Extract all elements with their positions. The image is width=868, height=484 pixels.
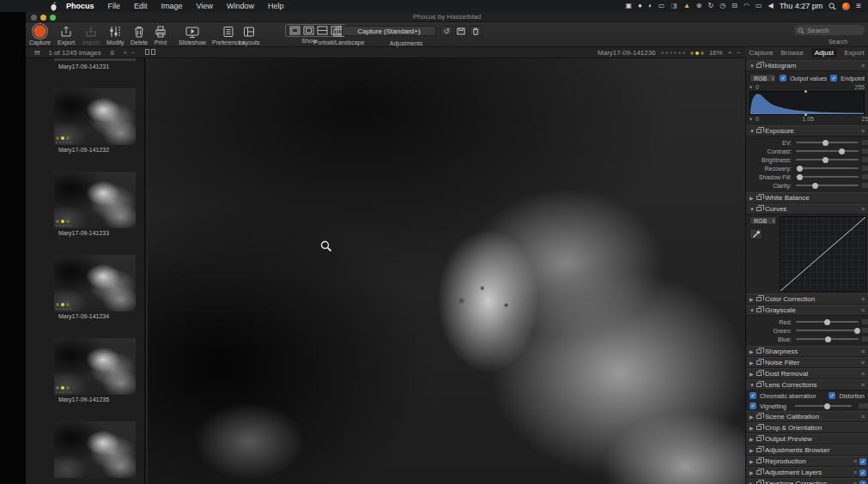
- section-preset-menu-icon[interactable]: ≡: [861, 348, 865, 354]
- disclosure-triangle-icon[interactable]: ▼: [750, 207, 756, 212]
- chromatic-aberration-checkbox[interactable]: ✓: [750, 392, 756, 399]
- section-preset-menu-icon[interactable]: ≡: [861, 128, 865, 134]
- green-value-field[interactable]: [861, 327, 868, 334]
- brightness-slider[interactable]: [796, 159, 859, 160]
- section-preset-menu-icon[interactable]: ≡: [861, 307, 865, 313]
- section-preset-menu-icon[interactable]: ≡: [861, 63, 865, 69]
- thumbnail-zoom-out-button[interactable]: −: [131, 50, 135, 56]
- disclosure-triangle-icon[interactable]: ▶: [750, 414, 756, 420]
- section-header-dust-removal[interactable]: ▶ Dust Removal ≡: [746, 368, 868, 379]
- disclosure-triangle-icon[interactable]: ▶: [750, 481, 756, 484]
- gamma-value[interactable]: 1.05: [802, 116, 814, 122]
- section-header-adjustment-layers[interactable]: ▶ Adjustment Layers ≡ ✓: [746, 467, 868, 478]
- print-button[interactable]: Print: [154, 24, 167, 45]
- disclosure-triangle-icon[interactable]: ▶: [750, 447, 756, 453]
- menu-file[interactable]: File: [101, 0, 128, 12]
- disclosure-triangle-icon[interactable]: ▶: [750, 360, 756, 366]
- contrast-slider[interactable]: [796, 150, 859, 152]
- section-header-histogram[interactable]: ▼ Histogram ≡: [746, 60, 868, 71]
- section-header-scene-calibration[interactable]: ▶ Scene Calibration ≡: [746, 411, 868, 422]
- output-values-checkbox[interactable]: ✓: [780, 75, 786, 82]
- screen-capture-icon[interactable]: ▣: [626, 0, 633, 12]
- brightness-value-field[interactable]: [861, 156, 868, 163]
- zoom-out-button[interactable]: −: [737, 49, 741, 57]
- accessibility-icon[interactable]: ⊕: [696, 0, 702, 12]
- adjustments-preset-select[interactable]: Capture (Standard+): [342, 26, 436, 36]
- disclosure-triangle-icon[interactable]: ▶: [750, 458, 756, 464]
- thumbnail-image-partial[interactable]: [54, 421, 136, 478]
- disclosure-triangle-icon[interactable]: ▼: [750, 129, 756, 134]
- apple-menu-icon[interactable]: [50, 2, 58, 11]
- section-header-adjustments-browser[interactable]: ▶ Adjustments Browser: [746, 445, 868, 456]
- thumbnail-item[interactable]: Mary17-09-141235: [26, 338, 144, 402]
- section-header-color-correction[interactable]: ▶ Color Correction ≡: [746, 293, 868, 305]
- section-preset-menu-icon[interactable]: ≡: [861, 360, 865, 366]
- endpoint-handle[interactable]: [750, 118, 752, 120]
- shadow-fill-slider[interactable]: [796, 176, 859, 178]
- display-icon[interactable]: ▭: [659, 0, 665, 12]
- sync-icon[interactable]: ↻: [708, 0, 714, 12]
- rating-dots[interactable]: [661, 51, 685, 54]
- contrast-value-field[interactable]: [861, 148, 868, 154]
- section-preset-menu-icon[interactable]: ≡: [853, 458, 857, 464]
- section-preset-menu-icon[interactable]: ≡: [861, 296, 865, 302]
- tab-browse[interactable]: Browse: [780, 49, 804, 57]
- slideshow-button[interactable]: Slideshow: [179, 24, 206, 45]
- siri-icon[interactable]: [842, 3, 850, 10]
- filter-badge[interactable]: fff: [34, 49, 39, 57]
- menu-phocus[interactable]: Phocus: [59, 0, 101, 12]
- thumbnail-item[interactable]: [26, 421, 144, 478]
- zoom-in-button[interactable]: +: [728, 49, 732, 57]
- section-header-crop-orientation[interactable]: ▶ Crop & Orientation: [746, 422, 868, 433]
- recovery-value-field[interactable]: [861, 165, 868, 172]
- blue-slider[interactable]: [796, 338, 859, 340]
- camera-icon[interactable]: ◨: [671, 0, 677, 12]
- disclosure-triangle-icon[interactable]: ▼: [750, 383, 756, 388]
- menu-help[interactable]: Help: [261, 0, 291, 12]
- endpoints-checkbox[interactable]: ✓: [830, 75, 837, 82]
- section-header-noise-filter[interactable]: ▶ Noise Filter ≡: [746, 357, 868, 368]
- section-header-reproduction[interactable]: ▶ Reproduction ≡ ✓: [746, 456, 868, 467]
- histogram-plot[interactable]: [750, 91, 865, 115]
- section-preset-menu-icon[interactable]: ≡: [861, 371, 865, 377]
- section-header-curves[interactable]: ▼ Curves ≡: [746, 203, 868, 215]
- red-slider[interactable]: [796, 321, 859, 323]
- reproduction-checkbox[interactable]: ✓: [859, 458, 866, 465]
- disclosure-triangle-icon[interactable]: ▶: [750, 425, 756, 431]
- menu-image[interactable]: Image: [155, 0, 190, 12]
- adjustment-layers-checkbox[interactable]: ✓: [859, 469, 866, 476]
- disclosure-triangle-icon[interactable]: ▶: [750, 371, 756, 377]
- disclosure-triangle-icon[interactable]: ▼: [750, 308, 756, 313]
- section-header-grayscale[interactable]: ▼ Grayscale ≡: [746, 305, 868, 316]
- menu-view[interactable]: View: [190, 0, 220, 12]
- airplay-icon[interactable]: ▭: [756, 0, 762, 12]
- airprint-icon[interactable]: ⊟: [731, 0, 737, 12]
- blue-value-field[interactable]: [861, 336, 868, 342]
- vignetting-value-field[interactable]: [858, 402, 868, 409]
- section-preset-menu-icon[interactable]: ≡: [861, 382, 865, 388]
- thumbnail-item[interactable]: Mary17-09-141233: [26, 172, 144, 236]
- tab-export[interactable]: Export: [845, 49, 865, 57]
- clarity-slider[interactable]: [796, 185, 859, 186]
- sort-icon[interactable]: ≣: [110, 50, 115, 57]
- curves-grid[interactable]: [780, 216, 866, 292]
- curves-channel-select[interactable]: RGB ▴▾: [750, 216, 777, 225]
- warning-icon[interactable]: ▲: [683, 0, 690, 12]
- disclosure-triangle-icon[interactable]: ▶: [750, 348, 756, 354]
- thumbnail-image[interactable]: [54, 338, 136, 395]
- histogram-channel-select[interactable]: RGB ▴▾: [750, 74, 776, 82]
- curves-eyedropper-button[interactable]: [750, 228, 762, 239]
- shadow-fill-value-field[interactable]: [861, 173, 868, 180]
- disclosure-triangle-icon[interactable]: ▶: [750, 469, 756, 475]
- section-preset-menu-icon[interactable]: ≡: [861, 414, 865, 420]
- thumbnail-zoom-in-button[interactable]: +: [124, 50, 127, 56]
- delete-button[interactable]: Delete: [131, 24, 148, 45]
- disclosure-triangle-icon[interactable]: ▶: [750, 436, 756, 442]
- ev-slider[interactable]: [796, 142, 859, 143]
- thumbnail-image[interactable]: [54, 88, 136, 145]
- thumbnail-size-toggle[interactable]: [143, 49, 155, 57]
- section-header-white-balance[interactable]: ▶ White Balance: [746, 192, 868, 203]
- color-tag-dots[interactable]: [690, 51, 704, 55]
- reset-adjustments-button[interactable]: ↺: [440, 26, 452, 36]
- section-preset-menu-icon[interactable]: ≡: [853, 469, 857, 475]
